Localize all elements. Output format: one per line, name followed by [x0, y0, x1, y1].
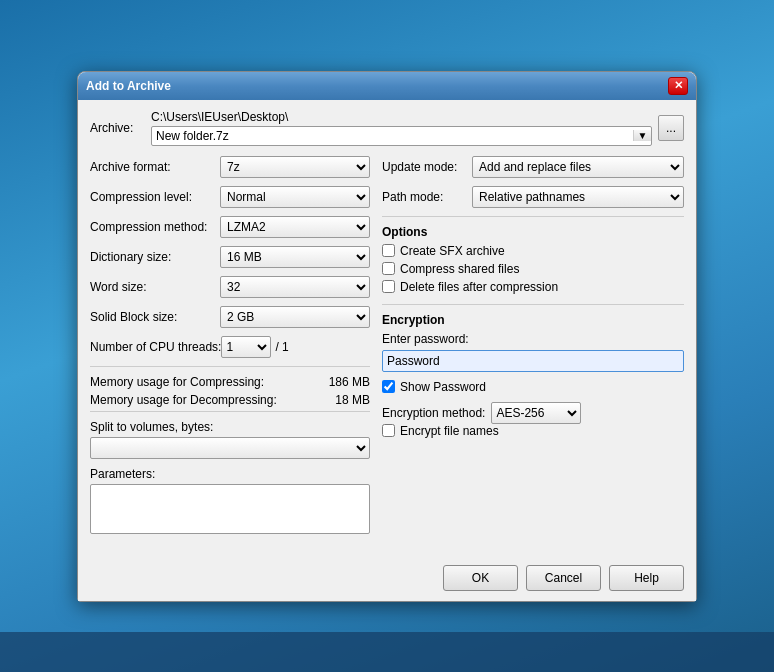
compression-method-select[interactable]: LZMA LZMA2 PPMd — [220, 216, 370, 238]
help-button[interactable]: Help — [609, 565, 684, 591]
update-mode-label: Update mode: — [382, 160, 472, 174]
create-sfx-checkbox[interactable] — [382, 244, 395, 257]
dictionary-size-select[interactable]: 1 MB 4 MB 8 MB 16 MB 32 MB 64 MB — [220, 246, 370, 268]
split-label: Split to volumes, bytes: — [90, 420, 370, 434]
encryption-title: Encryption — [382, 313, 684, 327]
show-password-label[interactable]: Show Password — [400, 380, 486, 394]
archive-combo[interactable]: ▼ — [151, 126, 652, 146]
archive-format-row: Archive format: 7z zip tar wim — [90, 156, 370, 178]
update-mode-select[interactable]: Add and replace files Update and add fil… — [472, 156, 684, 178]
enc-method-row: Encryption method: AES-256 ZipCrypto — [382, 402, 684, 424]
close-button[interactable]: ✕ — [668, 77, 688, 95]
delete-after-label[interactable]: Delete files after compression — [400, 280, 558, 294]
ok-button[interactable]: OK — [443, 565, 518, 591]
create-sfx-label[interactable]: Create SFX archive — [400, 244, 505, 258]
footer-buttons: OK Cancel Help — [78, 557, 696, 601]
compression-method-label: Compression method: — [90, 220, 220, 234]
dictionary-size-label: Dictionary size: — [90, 250, 220, 264]
solid-block-select[interactable]: Non-solid 1 MB 256 MB 2 GB 4 GB — [220, 306, 370, 328]
browse-button[interactable]: ... — [658, 115, 684, 141]
compression-level-select[interactable]: Store Fastest Fast Normal Maximum Ultra — [220, 186, 370, 208]
encrypt-names-label[interactable]: Encrypt file names — [400, 424, 499, 438]
update-mode-row: Update mode: Add and replace files Updat… — [382, 156, 684, 178]
compression-level-label: Compression level: — [90, 190, 220, 204]
mem-compressing-label: Memory usage for Compressing: — [90, 375, 264, 389]
archive-path-input[interactable] — [152, 127, 633, 145]
parameters-input[interactable] — [90, 484, 370, 534]
word-size-label: Word size: — [90, 280, 220, 294]
encryption-section: Encryption Enter password: Show Password… — [382, 313, 684, 438]
compress-shared-row: Compress shared files — [382, 262, 684, 276]
delete-after-row: Delete files after compression — [382, 280, 684, 294]
path-mode-select[interactable]: Relative pathnames Full pathnames Absolu… — [472, 186, 684, 208]
split-select[interactable]: 1457664 - 1.44 MB 2088960 - 2 MB 4177920… — [90, 437, 370, 459]
enc-method-select[interactable]: AES-256 ZipCrypto — [491, 402, 581, 424]
parameters-label: Parameters: — [90, 467, 370, 481]
compress-shared-label[interactable]: Compress shared files — [400, 262, 519, 276]
left-column: Archive format: 7z zip tar wim Compressi… — [90, 156, 370, 545]
encrypt-names-row: Encrypt file names — [382, 424, 684, 438]
mem-compressing-row: Memory usage for Compressing: 186 MB — [90, 375, 370, 389]
delete-after-checkbox[interactable] — [382, 280, 395, 293]
archive-dropdown-arrow[interactable]: ▼ — [633, 130, 651, 141]
word-size-row: Word size: 8 16 32 64 — [90, 276, 370, 298]
dialog-title: Add to Archive — [86, 79, 171, 93]
create-sfx-row: Create SFX archive — [382, 244, 684, 258]
parameters-row: Parameters: — [90, 467, 370, 537]
password-label: Enter password: — [382, 332, 684, 346]
enc-method-label: Encryption method: — [382, 406, 485, 420]
cpu-threads-of: / 1 — [275, 340, 288, 354]
archive-path-top: C:\Users\IEUser\Desktop\ — [151, 110, 652, 124]
encrypt-names-checkbox[interactable] — [382, 424, 395, 437]
options-title: Options — [382, 225, 684, 239]
archive-format-label: Archive format: — [90, 160, 220, 174]
right-column: Update mode: Add and replace files Updat… — [382, 156, 684, 545]
mem-decompressing-value: 18 MB — [335, 393, 370, 407]
cpu-input-wrap: 1 2 4 / 1 — [221, 336, 288, 358]
path-mode-label: Path mode: — [382, 190, 472, 204]
cpu-threads-label: Number of CPU threads: — [90, 340, 221, 354]
mem-decompressing-label: Memory usage for Decompressing: — [90, 393, 277, 407]
dialog-body: Archive: C:\Users\IEUser\Desktop\ ▼ ... … — [78, 100, 696, 557]
dictionary-size-row: Dictionary size: 1 MB 4 MB 8 MB 16 MB 32… — [90, 246, 370, 268]
archive-format-select[interactable]: 7z zip tar wim — [220, 156, 370, 178]
show-password-checkbox[interactable] — [382, 380, 395, 393]
title-bar: Add to Archive ✕ — [78, 72, 696, 100]
split-row: Split to volumes, bytes: 1457664 - 1.44 … — [90, 420, 370, 459]
path-mode-row: Path mode: Relative pathnames Full pathn… — [382, 186, 684, 208]
cancel-button[interactable]: Cancel — [526, 565, 601, 591]
compression-level-row: Compression level: Store Fastest Fast No… — [90, 186, 370, 208]
solid-block-label: Solid Block size: — [90, 310, 220, 324]
archive-label: Archive: — [90, 121, 145, 135]
mem-compressing-value: 186 MB — [329, 375, 370, 389]
solid-block-row: Solid Block size: Non-solid 1 MB 256 MB … — [90, 306, 370, 328]
main-columns: Archive format: 7z zip tar wim Compressi… — [90, 156, 684, 545]
add-to-archive-dialog: Add to Archive ✕ Archive: C:\Users\IEUse… — [77, 71, 697, 602]
compression-method-row: Compression method: LZMA LZMA2 PPMd — [90, 216, 370, 238]
mem-decompressing-row: Memory usage for Decompressing: 18 MB — [90, 393, 370, 407]
cpu-threads-row: Number of CPU threads: 1 2 4 / 1 — [90, 336, 370, 358]
title-bar-buttons: ✕ — [668, 77, 688, 95]
show-password-row: Show Password — [382, 380, 684, 394]
options-section: Options Create SFX archive Compress shar… — [382, 225, 684, 294]
compress-shared-checkbox[interactable] — [382, 262, 395, 275]
cpu-threads-select[interactable]: 1 2 4 — [221, 336, 271, 358]
archive-row: Archive: C:\Users\IEUser\Desktop\ ▼ ... — [90, 110, 684, 146]
word-size-select[interactable]: 8 16 32 64 — [220, 276, 370, 298]
password-input[interactable] — [382, 350, 684, 372]
